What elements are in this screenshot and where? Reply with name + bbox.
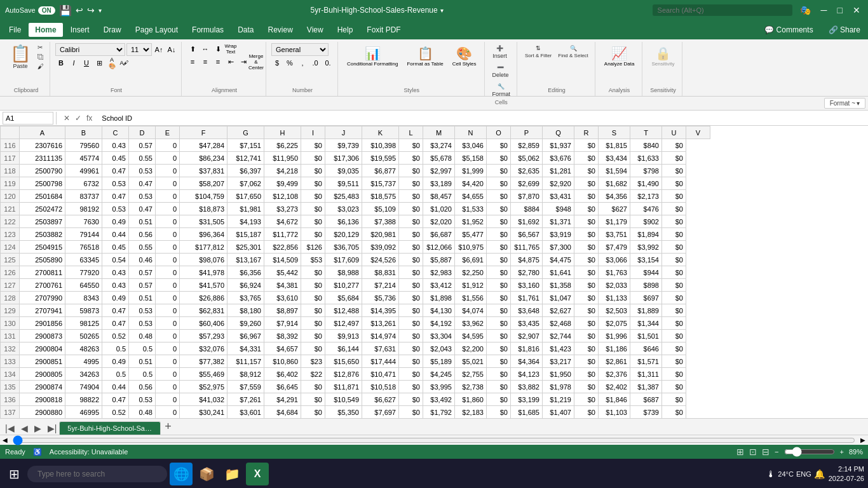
format-as-table-button[interactable]: 📋 Format as Table	[403, 43, 447, 69]
col-header-h[interactable]: H	[264, 126, 301, 139]
cell-col-p[interactable]: $4,875	[511, 254, 543, 266]
cell-col-a[interactable]: 2901856	[20, 317, 65, 330]
cell-col-c[interactable]: 0.44	[102, 228, 129, 241]
cell-col-n[interactable]: $4,595	[455, 330, 487, 342]
ribbon-toggle-icon[interactable]: 🎭	[797, 4, 813, 17]
cell-col-p[interactable]: $4,123	[511, 368, 543, 381]
cell-col-r[interactable]: $0	[574, 190, 599, 203]
row-number[interactable]: 119	[1, 177, 20, 190]
cell-col-k[interactable]: $20,981	[362, 228, 399, 241]
cell-col-n[interactable]: $5,477	[455, 228, 487, 241]
cell-col-k[interactable]: $17,444	[362, 355, 399, 368]
cell-col-n[interactable]: $2,183	[455, 406, 487, 419]
cell-col-i[interactable]: $0	[301, 330, 325, 342]
table-row[interactable]: 1212502472981920.530.470$18,873$1,981$3,…	[1, 203, 710, 215]
scroll-left-btn[interactable]: ◀	[0, 437, 10, 444]
cell-col-m[interactable]: $5,678	[423, 152, 455, 165]
cell-col-f[interactable]: $60,406	[180, 317, 227, 330]
cell-col-n[interactable]: $5,158	[455, 152, 487, 165]
cell-col-u[interactable]: $0	[662, 203, 686, 215]
cell-col-c[interactable]: 0.5	[102, 342, 129, 355]
cell-col-b[interactable]: 49961	[65, 165, 102, 177]
cell-col-g[interactable]: $7,559	[227, 381, 264, 393]
cell-col-l[interactable]: $0	[399, 292, 423, 304]
taskbar-excel-icon[interactable]: X	[246, 463, 269, 485]
cell-col-g[interactable]: $7,261	[227, 393, 264, 406]
cell-col-i[interactable]: $23	[301, 355, 325, 368]
col-header-p[interactable]: P	[511, 126, 543, 139]
cell-col-s[interactable]: $1,103	[599, 406, 630, 419]
first-sheet-btn[interactable]: |◀	[3, 423, 17, 433]
row-number[interactable]: 136	[1, 393, 20, 406]
cell-col-q[interactable]: $3,431	[543, 190, 574, 203]
cell-col-c[interactable]: 0.49	[102, 215, 129, 228]
cell-col-r[interactable]: $0	[574, 406, 599, 419]
cell-col-f[interactable]: $47,284	[180, 139, 227, 152]
cell-col-p[interactable]: $3,648	[511, 304, 543, 317]
row-number[interactable]: 133	[1, 355, 20, 368]
cell-col-l[interactable]: $0	[399, 177, 423, 190]
cell-col-o[interactable]: $0	[487, 215, 511, 228]
cell-col-t[interactable]: $1,490	[630, 177, 662, 190]
col-header-l[interactable]: L	[399, 126, 423, 139]
cell-col-t[interactable]: $476	[630, 203, 662, 215]
cell-col-k[interactable]: $6,627	[362, 393, 399, 406]
indent-increase-button[interactable]: ⇥	[238, 56, 249, 67]
cell-col-a[interactable]: 2503897	[20, 215, 65, 228]
sensitivity-button[interactable]: 🔒 Sensitivity	[648, 43, 678, 69]
col-header-i[interactable]: I	[301, 126, 325, 139]
taskbar-edge-icon[interactable]: 🌐	[170, 463, 193, 485]
cell-col-l[interactable]: $0	[399, 228, 423, 241]
formula-input[interactable]	[99, 114, 865, 123]
cell-col-l[interactable]: $0	[399, 203, 423, 215]
cell-col-p[interactable]: $1,692	[511, 215, 543, 228]
cell-col-h[interactable]: $4,218	[264, 165, 301, 177]
cell-col-h[interactable]: $8,392	[264, 330, 301, 342]
cell-col-t[interactable]: $840	[630, 139, 662, 152]
cell-col-t[interactable]: $3,992	[630, 241, 662, 254]
cell-col-q[interactable]: $2,468	[543, 317, 574, 330]
cell-col-m[interactable]: $1,020	[423, 203, 455, 215]
col-header-d[interactable]: D	[129, 126, 156, 139]
cell-col-p[interactable]: $3,435	[511, 317, 543, 330]
cell-col-e[interactable]: 0	[156, 177, 180, 190]
cell-col-o[interactable]: $0	[487, 342, 511, 355]
cell-col-s[interactable]: $1,996	[599, 330, 630, 342]
next-sheet-btn[interactable]: ▶	[32, 423, 44, 433]
fill-color-button[interactable]: A🎨	[106, 57, 118, 69]
row-number[interactable]: 130	[1, 317, 20, 330]
cell-col-s[interactable]: $1,594	[599, 165, 630, 177]
name-box[interactable]	[3, 112, 53, 125]
cell-col-j[interactable]: $9,739	[325, 139, 362, 152]
zoom-slider[interactable]	[784, 447, 835, 457]
cell-col-e[interactable]: 0	[156, 241, 180, 254]
cell-col-d[interactable]: 0.51	[129, 215, 156, 228]
cell-col-m[interactable]: $3,995	[423, 381, 455, 393]
cell-col-g[interactable]: $11,157	[227, 355, 264, 368]
cell-styles-button[interactable]: 🎨 Cell Styles	[449, 43, 480, 69]
format-dropdown[interactable]: Format ~ ▾	[824, 98, 865, 109]
cell-col-f[interactable]: $62,831	[180, 304, 227, 317]
row-number[interactable]: 122	[1, 215, 20, 228]
cell-col-l[interactable]: $0	[399, 279, 423, 292]
cell-col-j[interactable]: $5,350	[325, 406, 362, 419]
cell-col-t[interactable]: $1,894	[630, 228, 662, 241]
cell-col-o[interactable]: $0	[487, 190, 511, 203]
cell-col-f[interactable]: $41,978	[180, 266, 227, 279]
cell-col-e[interactable]: 0	[156, 254, 180, 266]
cell-col-h[interactable]: $7,914	[264, 317, 301, 330]
cell-col-o[interactable]: $0	[487, 368, 511, 381]
cell-col-b[interactable]: 79144	[65, 228, 102, 241]
cell-col-l[interactable]: $0	[399, 139, 423, 152]
cell-col-u[interactable]: $0	[662, 190, 686, 203]
cell-col-h[interactable]: $4,381	[264, 279, 301, 292]
cell-col-b[interactable]: 74904	[65, 381, 102, 393]
border-button[interactable]: ⊞	[93, 57, 105, 69]
cell-col-p[interactable]: $7,870	[511, 190, 543, 203]
row-number[interactable]: 128	[1, 292, 20, 304]
cell-col-g[interactable]: $13,167	[227, 254, 264, 266]
cell-col-a[interactable]: 2707941	[20, 304, 65, 317]
cell-col-d[interactable]: 0.48	[129, 330, 156, 342]
cell-col-b[interactable]: 98192	[65, 203, 102, 215]
cell-col-l[interactable]: $0	[399, 241, 423, 254]
